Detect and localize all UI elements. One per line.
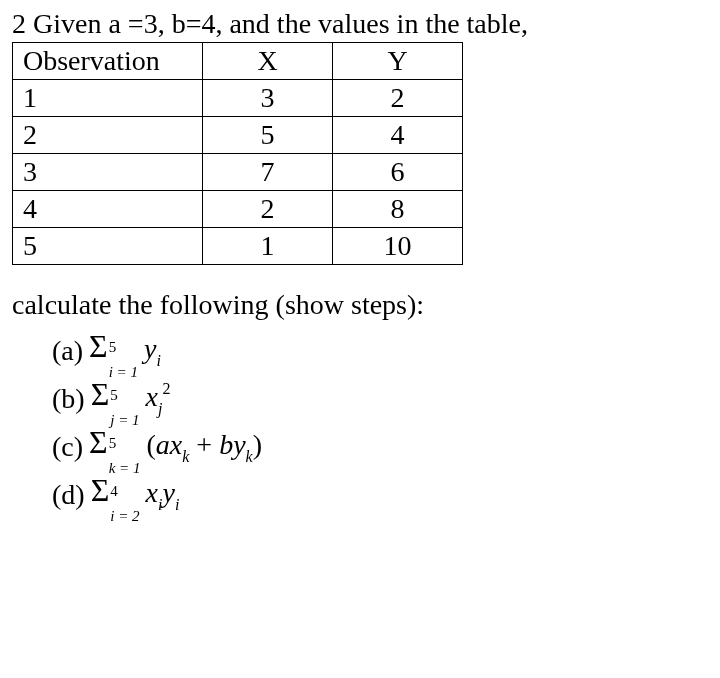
table-row: 4 2 8 xyxy=(13,191,463,228)
header-y: Y xyxy=(333,43,463,80)
question-label: (a) xyxy=(52,337,83,365)
sigma-symbol: Σ xyxy=(89,330,108,362)
cell-obs: 3 xyxy=(13,154,203,191)
calculate-prompt: calculate the following (show steps): xyxy=(12,289,708,321)
cell-obs: 5 xyxy=(13,228,203,265)
question-label: (d) xyxy=(52,481,85,509)
table-header-row: Observation X Y xyxy=(13,43,463,80)
cell-x: 1 xyxy=(203,228,333,265)
cell-x: 5 xyxy=(203,117,333,154)
table-row: 2 5 4 xyxy=(13,117,463,154)
question-c: (c) Σ 5 k = 1 (axk + byk) xyxy=(52,423,708,471)
data-table: Observation X Y 1 3 2 2 5 4 3 7 6 4 2 8 … xyxy=(12,42,463,265)
cell-y: 2 xyxy=(333,80,463,117)
sigma-symbol: Σ xyxy=(91,474,110,506)
header-x: X xyxy=(203,43,333,80)
sigma-lower: j = 1 xyxy=(110,413,139,428)
cell-obs: 1 xyxy=(13,80,203,117)
summand: xj2 xyxy=(146,383,171,416)
sigma-expression: Σ 5 k = 1 xyxy=(89,425,140,470)
cell-obs: 4 xyxy=(13,191,203,228)
question-a: (a) Σ 5 i = 1 yi xyxy=(52,327,708,375)
table-row: 5 1 10 xyxy=(13,228,463,265)
summand: (axk + byk) xyxy=(146,431,262,464)
question-list: (a) Σ 5 i = 1 yi (b) Σ 5 j = 1 xj2 (c) Σ xyxy=(12,327,708,519)
cell-y: 4 xyxy=(333,117,463,154)
sigma-upper: 5 xyxy=(109,436,141,451)
table-row: 1 3 2 xyxy=(13,80,463,117)
question-label: (c) xyxy=(52,433,83,461)
sigma-lower: i = 2 xyxy=(110,509,139,524)
question-label: (b) xyxy=(52,385,85,413)
summand: yi xyxy=(144,335,161,368)
problem-intro: 2 Given a =3, b=4, and the values in the… xyxy=(12,8,708,40)
sigma-expression: Σ 5 i = 1 xyxy=(89,329,138,374)
cell-obs: 2 xyxy=(13,117,203,154)
sigma-expression: Σ 4 i = 2 xyxy=(91,473,140,518)
cell-x: 3 xyxy=(203,80,333,117)
question-b: (b) Σ 5 j = 1 xj2 xyxy=(52,375,708,423)
sigma-lower: i = 1 xyxy=(109,365,138,380)
header-observation: Observation xyxy=(13,43,203,80)
sigma-upper: 4 xyxy=(110,484,139,499)
cell-y: 10 xyxy=(333,228,463,265)
sigma-symbol: Σ xyxy=(91,378,110,410)
summand: xiyi xyxy=(146,479,180,512)
sigma-lower: k = 1 xyxy=(109,461,141,476)
question-d: (d) Σ 4 i = 2 xiyi xyxy=(52,471,708,519)
sigma-upper: 5 xyxy=(109,340,138,355)
sigma-expression: Σ 5 j = 1 xyxy=(91,377,140,422)
cell-y: 6 xyxy=(333,154,463,191)
cell-x: 7 xyxy=(203,154,333,191)
table-row: 3 7 6 xyxy=(13,154,463,191)
cell-x: 2 xyxy=(203,191,333,228)
sigma-upper: 5 xyxy=(110,388,139,403)
cell-y: 8 xyxy=(333,191,463,228)
sigma-symbol: Σ xyxy=(89,426,108,458)
